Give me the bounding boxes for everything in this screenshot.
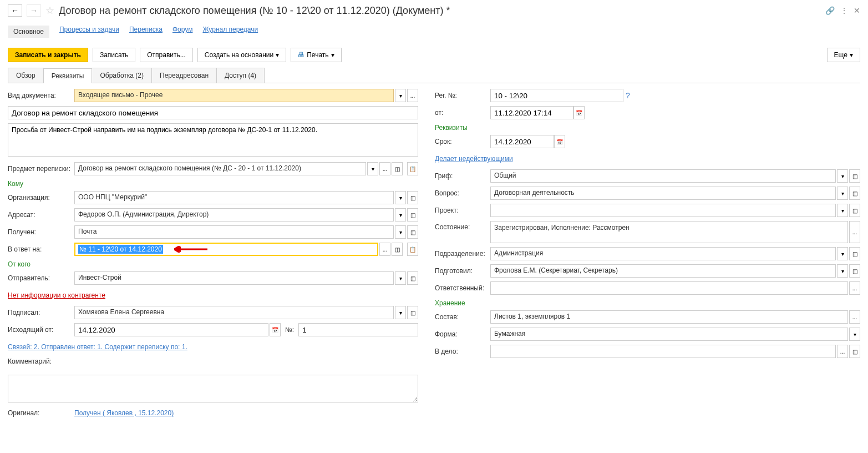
- select-button[interactable]: ...: [379, 162, 390, 175]
- dropdown-button[interactable]: ▾: [395, 225, 406, 239]
- form-field-input[interactable]: Бумажная: [490, 328, 848, 341]
- select-button[interactable]: ...: [837, 345, 848, 358]
- nav-main[interactable]: Основное: [8, 26, 49, 38]
- tab-forwarded[interactable]: Переадресован: [151, 68, 217, 83]
- question-label: Вопрос:: [435, 189, 490, 197]
- responsible-input[interactable]: [490, 281, 848, 295]
- copy-button[interactable]: 📋: [407, 243, 418, 256]
- favorite-star-icon[interactable]: ☆: [45, 4, 54, 17]
- dropdown-button[interactable]: ▾: [837, 247, 848, 260]
- open-button[interactable]: ◫: [407, 271, 418, 285]
- dropdown-button[interactable]: ▾: [367, 162, 378, 175]
- reply-to-input[interactable]: № 11 - 12\20 от 14.12.2020: [74, 243, 378, 256]
- open-button[interactable]: ◫: [407, 225, 418, 239]
- copy-button[interactable]: 📋: [407, 162, 418, 175]
- open-button[interactable]: ◫: [849, 264, 860, 278]
- tab-overview[interactable]: Обзор: [8, 68, 44, 83]
- send-button[interactable]: Отправить...: [140, 48, 193, 62]
- calendar-button[interactable]: 📅: [270, 323, 281, 336]
- dropdown-button[interactable]: ▾: [395, 271, 406, 285]
- open-button[interactable]: ◫: [407, 306, 418, 319]
- more-button[interactable]: Еще ▾: [827, 48, 860, 62]
- sub-tabs: Обзор Реквизиты Обработка (2) Переадресо…: [8, 68, 860, 83]
- project-label: Проект:: [435, 207, 490, 214]
- nav-forward-button[interactable]: →: [27, 4, 41, 17]
- form-field-label: Форма:: [435, 330, 490, 338]
- create-based-button[interactable]: Создать на основании ▾: [197, 48, 287, 62]
- select-button[interactable]: ...: [849, 281, 860, 295]
- link-icon[interactable]: 🔗: [825, 6, 835, 15]
- tab-access[interactable]: Доступ (4): [216, 68, 265, 83]
- project-input[interactable]: [490, 204, 836, 217]
- subject-input[interactable]: Договор на ремонт складского помещения (…: [74, 162, 366, 175]
- dropdown-button[interactable]: ▾: [837, 187, 848, 200]
- save-close-button[interactable]: Записать и закрыть: [8, 48, 88, 62]
- outgoing-from-input[interactable]: [74, 323, 268, 336]
- received-label: Получен:: [8, 228, 74, 236]
- description-textarea[interactable]: Просьба от Инвест-Строй направить им на …: [8, 123, 418, 157]
- state-box[interactable]: Зарегистрирован, Исполнение: Рассмотрен: [490, 221, 848, 243]
- calendar-button[interactable]: 📅: [554, 135, 565, 148]
- dropdown-button[interactable]: ▾: [395, 191, 406, 204]
- reg-no-input[interactable]: [490, 89, 623, 102]
- comment-textarea[interactable]: [8, 375, 418, 402]
- open-button[interactable]: ◫: [849, 204, 860, 217]
- select-button[interactable]: ...: [407, 89, 418, 102]
- nav-back-button[interactable]: ←: [8, 4, 22, 17]
- num-input[interactable]: [298, 323, 418, 336]
- nav-transfer[interactable]: Журнал передачи: [202, 26, 258, 38]
- from-date-input[interactable]: [490, 106, 573, 119]
- select-button[interactable]: ...: [849, 221, 860, 243]
- komu-section-title: Кому: [8, 180, 418, 188]
- dept-input[interactable]: Администрация: [490, 247, 836, 260]
- invalidates-link[interactable]: Делает недействующими: [435, 155, 513, 163]
- grif-input[interactable]: Общий: [490, 169, 836, 183]
- open-button[interactable]: ◫: [849, 169, 860, 183]
- open-button[interactable]: ◫: [849, 247, 860, 260]
- open-button[interactable]: ◫: [849, 345, 860, 358]
- save-button[interactable]: Записать: [93, 48, 135, 62]
- doc-type-input[interactable]: Входящее письмо - Прочее: [74, 89, 394, 102]
- dropdown-button[interactable]: ▾: [395, 208, 406, 222]
- nav-correspondence[interactable]: Переписка: [129, 26, 163, 38]
- calendar-button[interactable]: 📅: [573, 106, 585, 119]
- question-input[interactable]: Договорная деятельность: [490, 187, 836, 200]
- doc-title-input[interactable]: [8, 106, 418, 119]
- links-info-link[interactable]: Связей: 2. Отправлен ответ: 1. Содержит …: [8, 343, 187, 351]
- open-button[interactable]: ◫: [407, 208, 418, 222]
- due-input[interactable]: [490, 135, 554, 148]
- open-button[interactable]: ◫: [392, 162, 403, 175]
- addressee-input[interactable]: Федоров О.П. (Администрация, Директор): [74, 208, 394, 222]
- received-input[interactable]: Почта: [74, 225, 394, 239]
- outgoing-from-label: Исходящий от:: [8, 326, 74, 334]
- prepared-input[interactable]: Фролова Е.М. (Секретариат, Секретарь): [490, 264, 836, 278]
- dropdown-button[interactable]: ▾: [837, 169, 848, 183]
- no-contractor-info-link[interactable]: Нет информации о контрагенте: [8, 291, 105, 299]
- open-button[interactable]: ◫: [392, 243, 403, 256]
- select-button[interactable]: ...: [379, 243, 390, 256]
- original-link[interactable]: Получен ( Яковлев , 15.12.2020): [74, 409, 174, 417]
- reply-to-link[interactable]: № 11 - 12\20 от 14.12.2020: [78, 245, 163, 254]
- dropdown-button[interactable]: ▾: [837, 204, 848, 217]
- select-button[interactable]: ...: [849, 310, 860, 324]
- nav-processes[interactable]: Процессы и задачи: [59, 26, 119, 38]
- tab-requisites[interactable]: Реквизиты: [43, 68, 93, 83]
- composition-input[interactable]: Листов 1, экземпляров 1: [490, 310, 848, 324]
- help-icon[interactable]: ?: [626, 91, 630, 100]
- sender-input[interactable]: Инвест-Строй: [74, 271, 394, 285]
- org-input[interactable]: ООО НПЦ "Меркурий": [74, 191, 394, 204]
- open-button[interactable]: ◫: [849, 187, 860, 200]
- dropdown-button[interactable]: ▾: [395, 306, 406, 319]
- nav-forum[interactable]: Форум: [172, 26, 192, 38]
- close-icon[interactable]: ✕: [854, 6, 860, 15]
- dropdown-button[interactable]: ▾: [395, 89, 406, 102]
- to-case-input[interactable]: [490, 345, 836, 358]
- open-button[interactable]: ◫: [407, 191, 418, 204]
- dropdown-button[interactable]: ▾: [849, 328, 860, 341]
- signed-input[interactable]: Хомякова Елена Сергеевна: [74, 306, 394, 319]
- menu-icon[interactable]: ⋮: [840, 6, 848, 15]
- print-button[interactable]: 🖶 Печать ▾: [291, 48, 341, 62]
- tab-processing[interactable]: Обработка (2): [92, 68, 152, 83]
- dropdown-button[interactable]: ▾: [837, 264, 848, 278]
- page-title: Договор на ремонт складского помещения (…: [59, 5, 821, 17]
